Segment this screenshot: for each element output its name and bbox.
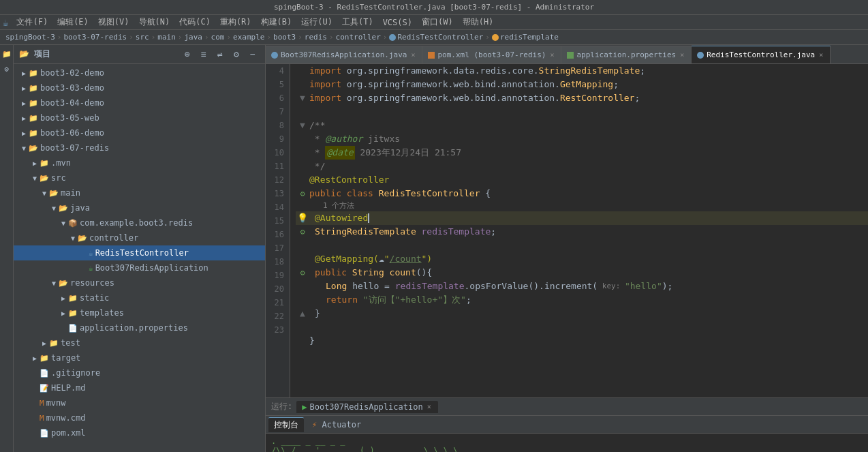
tree-item-boot307-app[interactable]: ▶ ☕ Boot307RedisApplication <box>14 260 265 275</box>
tree-item-boot303[interactable]: ▶ 📁 boot3-03-demo <box>14 80 265 95</box>
menu-vcs[interactable]: VCS(S) <box>379 16 416 29</box>
code-line-10: * @date 2023年12月24日 21:57 <box>296 146 868 160</box>
console-banner-line1: . ____ _ __ _ _ <box>271 436 863 446</box>
tree-item-boot302[interactable]: ▶ 📁 boot3-02-demo <box>14 65 265 80</box>
code-line-13: ⚙ public class RedisTestController { <box>296 187 868 200</box>
tree-item-templates[interactable]: ▶ 📁 templates <box>14 305 265 320</box>
tree-item-target[interactable]: ▶ 📁 target <box>14 350 265 365</box>
code-line-19: Long hello = redisTemplate.opsForValue()… <box>296 280 868 293</box>
breadcrumb-controller[interactable]: controller <box>336 33 381 42</box>
tab-console[interactable]: 控制台 <box>268 417 304 432</box>
breadcrumb-boot3[interactable]: boot3 <box>273 33 296 42</box>
tree-item-java-dir[interactable]: ▼ 📂 java <box>14 200 265 215</box>
tab-xml-icon <box>428 52 435 59</box>
tree-item-controller[interactable]: ▼ 📂 controller <box>14 230 265 245</box>
tree-item-gitignore[interactable]: ▶ 📄 .gitignore <box>14 365 265 380</box>
settings-btn[interactable]: ⚙ <box>230 48 243 61</box>
tree-item-package[interactable]: ▼ 📦 com.example.boot3.redis <box>14 215 265 230</box>
code-line-16 <box>296 239 868 252</box>
tree-item-src[interactable]: ▼ 📂 src <box>14 170 265 185</box>
code-content[interactable]: import org.springframework.data.redis.co… <box>290 64 868 397</box>
tree-item-mvnw[interactable]: ▶ M mvnw <box>14 395 265 410</box>
minimize-btn[interactable]: − <box>246 48 260 61</box>
menu-help[interactable]: 帮助(H) <box>459 15 498 29</box>
code-line-5: import org.springframework.web.bind.anno… <box>296 78 868 91</box>
code-line-9: * @author jitwxs <box>296 132 868 146</box>
project-view-icon[interactable]: 📁 <box>1 48 13 60</box>
props-icon: 📄 <box>68 324 78 333</box>
collapse-all-btn[interactable]: ≡ <box>197 48 211 61</box>
tree-item-pom[interactable]: ▶ 📄 pom.xml <box>14 425 265 440</box>
actuator-icon: ⚡ <box>312 420 317 430</box>
java-class-icon: ☕ <box>89 249 93 258</box>
editor-area: Boot307RedisApplication.java × pom.xml (… <box>266 45 868 452</box>
menu-window[interactable]: 窗口(W) <box>418 15 457 29</box>
structure-icon[interactable]: ⚙ <box>1 63 13 75</box>
menu-build[interactable]: 构建(B) <box>257 15 296 29</box>
tree-item-boot305[interactable]: ▶ 📁 boot3-05-web <box>14 110 265 125</box>
breadcrumb-main[interactable]: main <box>157 33 176 42</box>
folder-open-icon: 📂 <box>29 144 38 153</box>
folder-icon: 📁 <box>29 69 38 78</box>
tab-close-btn[interactable]: × <box>548 51 555 59</box>
tree-item-mvn[interactable]: ▶ 📁 .mvn <box>14 155 265 170</box>
expand-all-btn[interactable]: ⊕ <box>181 48 194 61</box>
tab-close-btn[interactable]: × <box>679 51 685 59</box>
tab-pom-xml[interactable]: pom.xml (boot3-07-redis) × <box>422 46 561 63</box>
menu-run[interactable]: 运行(U) <box>297 15 337 29</box>
tree-item-static[interactable]: ▶ 📁 static <box>14 290 265 305</box>
tree-item-app-props[interactable]: ▶ 📄 application.properties <box>14 320 265 335</box>
code-line-14: 💡 @Autowired <box>296 211 868 225</box>
editor-content[interactable]: 4 5 6 7 8 9 10 11 12 13 14 15 16 17 18 1… <box>266 64 868 397</box>
folder-open-icon: 📂 <box>49 189 59 198</box>
menu-tools[interactable]: 工具(T) <box>338 15 377 29</box>
breadcrumb-java[interactable]: java <box>184 33 202 42</box>
menu-view[interactable]: 视图(V) <box>94 15 134 29</box>
breadcrumb-field[interactable]: redisTemplate <box>500 33 559 42</box>
tree-item-boot307[interactable]: ▼ 📂 boot3-07-redis <box>14 140 265 155</box>
tree-item-test[interactable]: ▶ 📁 test <box>14 335 265 350</box>
menu-file[interactable]: 文件(F) <box>12 15 52 29</box>
tab-java-icon <box>271 52 278 59</box>
console-output: . ____ _ __ _ _ /\\ / ___'_ __ _ _(_)_ _… <box>266 434 868 452</box>
tab-redis-controller[interactable]: RedisTestController.java × <box>692 46 831 63</box>
project-icon: 📂 <box>19 49 29 59</box>
folder-icon: 📁 <box>49 339 59 348</box>
menu-edit[interactable]: 编辑(E) <box>53 15 93 29</box>
code-line-4: import org.springframework.data.redis.co… <box>296 64 868 78</box>
breadcrumb-com[interactable]: com <box>211 33 225 42</box>
tree-item-mvnw-cmd[interactable]: ▶ M mvnw.cmd <box>14 410 265 425</box>
tree-item-boot304[interactable]: ▶ 📁 boot3-04-demo <box>14 95 265 110</box>
tab-actuator[interactable]: ⚡ Actuator <box>307 419 367 431</box>
tab-boot307-app[interactable]: Boot307RedisApplication.java × <box>266 46 422 63</box>
code-line-17: @GetMapping(☁"/count") <box>296 252 868 266</box>
breadcrumb-project[interactable]: spingBoot-3 <box>5 33 55 42</box>
tab-app-props[interactable]: application.properties × <box>561 46 692 63</box>
align-btn[interactable]: ⇌ <box>213 48 227 61</box>
tree-item-help[interactable]: ▶ 📝 HELP.md <box>14 380 265 395</box>
menu-code[interactable]: 代码(C) <box>175 15 215 29</box>
breadcrumb-example[interactable]: example <box>233 33 264 42</box>
menu-refactor[interactable]: 重构(R) <box>216 15 255 29</box>
tab-close-btn[interactable]: × <box>409 51 416 59</box>
folder-open-icon: 📂 <box>59 279 68 288</box>
project-tree[interactable]: ▶ 📁 boot3-02-demo ▶ 📁 boot3-03-demo ▶ 📁 … <box>14 64 265 452</box>
tree-item-main[interactable]: ▼ 📂 main <box>14 185 265 200</box>
running-close-btn[interactable]: × <box>426 403 433 410</box>
tab-close-btn[interactable]: × <box>818 51 824 59</box>
breadcrumb-module[interactable]: boot3-07-redis <box>63 33 127 42</box>
code-line-20: return "访问【"+hello+"】次"; <box>296 293 868 307</box>
code-line-21: ▲ } <box>296 307 868 320</box>
java-icon <box>389 34 396 41</box>
folder-icon: 📁 <box>29 129 38 138</box>
tree-item-resources[interactable]: ▼ 📂 resources <box>14 275 265 290</box>
breadcrumb-class[interactable]: RedisTestController <box>397 33 483 42</box>
tree-item-redis-test-controller[interactable]: ▶ ☕ RedisTestController <box>14 245 265 260</box>
breadcrumb-redis[interactable]: redis <box>305 33 327 42</box>
bottom-tabs: 控制台 ⚡ Actuator <box>266 416 868 434</box>
running-tab[interactable]: ▶ Boot307RedisApplication × <box>296 401 437 413</box>
menu-navigate[interactable]: 导航(N) <box>135 15 174 29</box>
java-app-icon: ☕ <box>89 264 93 273</box>
tree-item-boot306[interactable]: ▶ 📁 boot3-06-demo <box>14 125 265 140</box>
breadcrumb-src[interactable]: src <box>136 33 149 42</box>
